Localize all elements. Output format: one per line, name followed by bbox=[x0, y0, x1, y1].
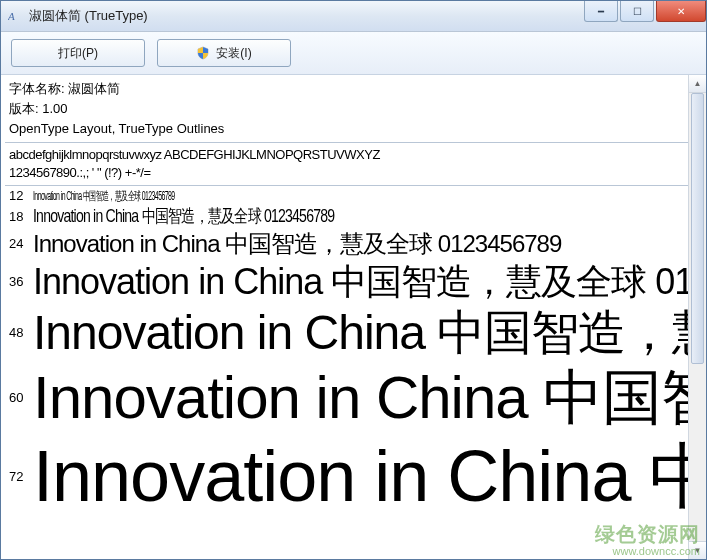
scroll-track[interactable] bbox=[689, 93, 706, 541]
sample-text: Innovation in China 中国智造，慧及全球 0123456789 bbox=[33, 261, 706, 302]
sample-row: 72Innovation in China 中国智造，慧及全球 01234567… bbox=[5, 435, 706, 521]
vertical-scrollbar[interactable]: ▲ ▼ bbox=[688, 75, 706, 559]
sample-list: 12Innovation in China 中国智造，慧及全球 01234567… bbox=[5, 189, 706, 521]
watermark-url: www.downcc.com bbox=[595, 545, 700, 557]
window-controls: ━ ☐ ✕ bbox=[584, 1, 706, 31]
sample-text: Innovation in China 中国智造，慧及全球 0123456789 bbox=[33, 435, 706, 518]
maximize-button[interactable]: ☐ bbox=[620, 1, 654, 22]
close-icon: ✕ bbox=[677, 6, 685, 17]
sample-size-label: 60 bbox=[9, 363, 33, 435]
scroll-thumb[interactable] bbox=[691, 93, 704, 364]
scroll-up-icon[interactable]: ▲ bbox=[689, 75, 706, 93]
sample-row: 60Innovation in China 中国智造，慧及全球 01234567… bbox=[5, 363, 706, 435]
divider bbox=[5, 142, 706, 143]
sample-size-label: 12 bbox=[9, 189, 33, 206]
sample-size-label: 72 bbox=[9, 435, 33, 521]
sample-size-label: 36 bbox=[9, 261, 33, 305]
app-icon: A bbox=[7, 8, 23, 24]
watermark-text: 绿色资源网 bbox=[595, 523, 700, 545]
sample-text: Innovation in China 中国智造，慧及全球 0123456789 bbox=[33, 189, 175, 203]
sample-row: 12Innovation in China 中国智造，慧及全球 01234567… bbox=[5, 189, 706, 206]
minimize-button[interactable]: ━ bbox=[584, 1, 618, 22]
maximize-icon: ☐ bbox=[633, 6, 642, 17]
version-line: 版本: 1.00 bbox=[5, 99, 706, 119]
preview-content: 字体名称: 淑圆体简 版本: 1.00 OpenType Layout, Tru… bbox=[1, 75, 706, 559]
toolbar: 打印(P) 安装(I) bbox=[1, 32, 706, 75]
install-button-label: 安装(I) bbox=[216, 45, 251, 62]
sample-size-label: 24 bbox=[9, 230, 33, 261]
window-title: 淑圆体简 (TrueType) bbox=[29, 7, 148, 25]
tech-line: OpenType Layout, TrueType Outlines bbox=[5, 119, 706, 139]
install-button[interactable]: 安装(I) bbox=[157, 39, 291, 67]
font-viewer-window: A 淑圆体简 (TrueType) ━ ☐ ✕ 打印(P) 安装(I) bbox=[0, 0, 707, 560]
svg-text:A: A bbox=[8, 10, 15, 22]
scroll-down-icon[interactable]: ▼ bbox=[689, 541, 706, 559]
sample-size-label: 48 bbox=[9, 305, 33, 363]
sample-text: Innovation in China 中国智造，慧及全球 0123456789 bbox=[33, 230, 561, 258]
sample-row: 24Innovation in China 中国智造，慧及全球 01234567… bbox=[5, 230, 706, 261]
sample-row: 18Innovation in China 中国智造，慧及全球 01234567… bbox=[5, 206, 706, 230]
sample-row: 36Innovation in China 中国智造，慧及全球 01234567… bbox=[5, 261, 706, 305]
titlebar[interactable]: A 淑圆体简 (TrueType) ━ ☐ ✕ bbox=[1, 1, 706, 32]
sample-size-label: 18 bbox=[9, 206, 33, 230]
minimize-icon: ━ bbox=[598, 6, 604, 17]
sample-row: 48Innovation in China 中国智造，慧及全球 01234567… bbox=[5, 305, 706, 363]
watermark: 绿色资源网 www.downcc.com bbox=[595, 523, 700, 557]
charset-alpha: abcdefghijklmnopqrstuvwxyz ABCDEFGHIJKLM… bbox=[5, 146, 706, 164]
sample-text: Innovation in China 中国智造，慧及全球 0123456789 bbox=[33, 305, 706, 360]
font-name-line: 字体名称: 淑圆体简 bbox=[5, 79, 706, 99]
sample-text: Innovation in China 中国智造，慧及全球 0123456789 bbox=[33, 363, 706, 432]
print-button-label: 打印(P) bbox=[58, 45, 98, 62]
charset-symbols: 1234567890.:,; ' " (!?) +-*/= bbox=[5, 164, 706, 182]
print-button[interactable]: 打印(P) bbox=[11, 39, 145, 67]
uac-shield-icon bbox=[196, 46, 210, 60]
close-button[interactable]: ✕ bbox=[656, 1, 706, 22]
sample-text: Innovation in China 中国智造，慧及全球 0123456789 bbox=[33, 206, 334, 227]
divider bbox=[5, 185, 706, 186]
